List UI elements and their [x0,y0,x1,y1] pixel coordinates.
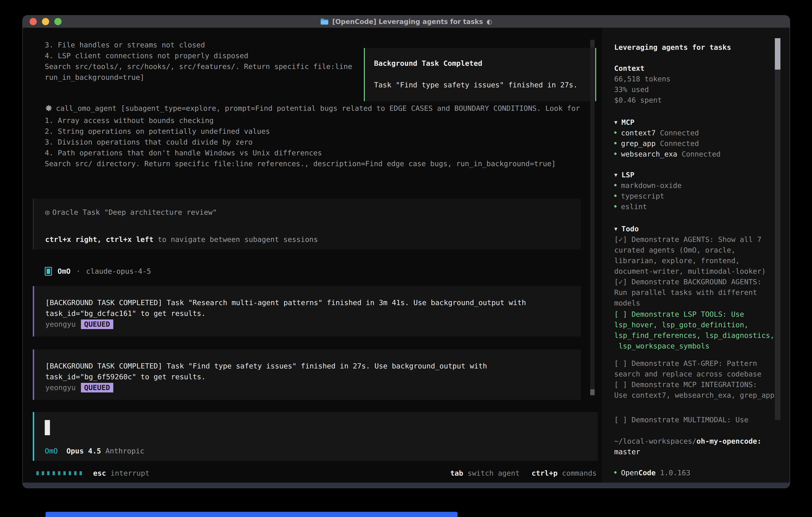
agent-model: claude-opus-4-5 [86,266,151,277]
lsp-item-name: eslint [621,202,647,211]
session-state-icon: ◐ [487,18,492,25]
bullet-icon [614,153,617,155]
minimize-button[interactable] [42,18,49,25]
gear-icon [45,104,53,115]
subagent-nav-hint: ctrl+x right, ctrl+x left to navigate be… [45,234,570,245]
text-cursor [45,420,50,435]
version-row: OpenCode1.0.163 [614,467,783,478]
spinner-dot [58,471,60,475]
mcp-heading: MCP [621,118,634,126]
task-message-line: [BACKGROUND TASK COMPLETED] Task "Find t… [46,361,570,372]
input-agent-name: OmO [45,447,58,455]
message-line: 3. File handles or streams not closed [45,39,352,50]
mcp-item-name: grep_app [621,139,656,147]
chevron-down-icon: ▼ [614,226,617,232]
agent-checkbox-icon [45,267,52,276]
window-title: [OpenCode] Leveraging agents for tasks [332,18,483,26]
tool-call-line: call_omo_agent [subagent_type=explore, p… [45,103,580,115]
sidebar-scrollbar-track[interactable] [775,38,780,420]
mcp-item: grep_app Connected [614,138,783,149]
task-message-line: task_id="bg_6f59260c" to get results. [46,372,570,382]
window-bottom-bar [23,483,790,488]
bullet-icon [614,142,617,144]
workspace-branch: master [614,446,783,457]
mcp-item: context7 Connected [614,128,783,138]
session-sidebar: Leveraging agents for tasks Context 66,5… [602,28,790,483]
chat-scrollbar-track[interactable] [590,40,594,395]
working-spinner [36,471,82,475]
lsp-heading: LSP [621,171,634,179]
task-meta-row: yeongyu QUEUED [46,382,570,393]
todo-item: [ ] Demonstrate MCP INTEGRATIONS: Use co… [614,379,783,401]
lsp-item: typescript [614,191,783,201]
todo-item: [✓] Demonstrate BACKGROUND AGENTS: Run p… [614,276,783,308]
mcp-item-name: websearch_exa [621,150,677,158]
ctrlp-action-label: commands [562,468,597,479]
tool-call-line: Search src/ directory. Return specific f… [45,158,580,169]
opencode-window: [OpenCode] Leveraging agents for tasks ◐… [22,15,790,488]
model-selector-row[interactable]: OmO Opus 4.5 Anthropic [45,446,144,456]
input-model-name: Opus 4.5 [66,447,101,455]
lsp-item: markdown-oxide [614,180,783,191]
close-button[interactable] [30,18,37,25]
chevron-down-icon: ▼ [614,172,617,178]
chat-scrollbar-thumb[interactable] [590,389,594,395]
notification-body: Task "Find type safety issues" finished … [374,80,586,90]
context-heading: Context [614,63,783,74]
spinner-dot [42,471,44,475]
task-message-line: task_id="bg_dcfac161" to get results. [46,308,570,319]
app-name-bold: Code [638,469,656,477]
lsp-section-header[interactable]: ▼LSP [614,169,783,180]
chat-scrollbar-top-segment[interactable] [590,40,594,47]
lsp-item: eslint [614,201,783,212]
tool-call-line: 2. String operations on potentially unde… [45,126,580,137]
todo-heading: Todo [621,225,639,233]
status-bar: esc interrupt tab switch agent ctrl+p co… [36,468,597,479]
input-provider-name: Anthropic [105,447,144,455]
message-line: 4. LSP client connections not properly d… [45,50,352,61]
context-spent: $0.46 spent [614,95,783,105]
maximize-button[interactable] [54,18,61,25]
workspace-path-prefix: ~/local-workspaces/ [614,437,697,445]
oracle-task-card[interactable]: ◎Oracle Task "Deep architecture review" … [33,198,581,249]
todo-section-header[interactable]: ▼Todo [614,223,783,234]
spinner-dot [80,471,82,475]
esc-action-label: interrupt [111,468,149,479]
mcp-section-header[interactable]: ▼MCP [614,117,783,128]
background-task-card: [BACKGROUND TASK COMPLETED] Task "Find t… [33,350,581,400]
prompt-input[interactable]: OmO Opus 4.5 Anthropic [33,412,598,461]
tab-keycap[interactable]: tab [450,468,463,479]
session-title: Leveraging agents for tasks [614,42,783,53]
ctrlp-keycap[interactable]: ctrl+p [532,468,558,479]
spinner-dot [53,471,55,475]
tool-call-block: call_omo_agent [subagent_type=explore, p… [45,103,580,169]
spinner-dot [36,471,39,475]
todo-item: [ ] Demonstrate AST-GREP: Pattern search… [614,358,783,379]
spinner-dot [69,471,71,475]
sidebar-scrollbar-thumb[interactable] [775,38,780,70]
task-message-line: [BACKGROUND TASK COMPLETED] Task "Resear… [46,297,570,308]
window-titlebar: [OpenCode] Leveraging agents for tasks ◐ [23,16,790,28]
mcp-item-name: context7 [621,129,656,137]
background-task-notification: Background Task Completed Task "Find typ… [364,48,596,101]
desktop: [OpenCode] Leveraging agents for tasks ◐… [0,0,812,517]
oracle-task-title-line: ◎Oracle Task "Deep architecture review" [45,207,570,218]
context-used: 33% used [614,84,783,95]
esc-keycap[interactable]: esc [93,468,106,479]
spinner-dot [63,471,66,475]
spinner-dot [74,471,77,475]
notification-title: Background Task Completed [374,58,586,69]
folder-icon [320,18,329,25]
task-author: yeongyu [46,319,76,330]
bullet-icon [614,194,617,197]
status-badge: QUEUED [81,320,113,329]
message-text-block: 3. File handles or streams not closed 4.… [45,39,352,83]
spinner-dot [47,471,50,475]
chat-pane[interactable]: 3. File handles or streams not closed 4.… [23,28,602,483]
tab-action-label: switch agent [467,468,520,479]
background-window-strip[interactable] [46,512,458,517]
oracle-icon: ◎ [45,208,50,216]
oracle-task-title: Oracle Task "Deep architecture review" [52,208,217,216]
background-task-card: [BACKGROUND TASK COMPLETED] Task "Resear… [33,286,581,336]
todo-item: [ ] Demonstrate LSP TOOLS: Use lsp_hover… [614,309,783,351]
